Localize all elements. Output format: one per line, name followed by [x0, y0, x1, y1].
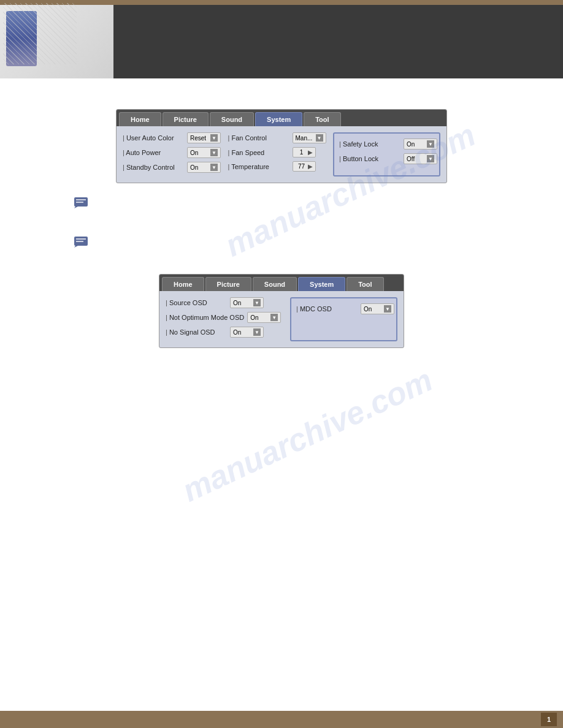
panel2-container: Home Picture Sound System Tool Source OS…: [159, 274, 404, 348]
header-main: [113, 5, 563, 78]
page-number: 1: [541, 713, 557, 726]
auto-power-row: Auto Power On ▼: [123, 147, 222, 158]
fan-control-arrow[interactable]: ▼: [316, 134, 323, 142]
source-osd-row: Source OSD On ▼: [166, 297, 284, 308]
note-icon-svg-1: [74, 197, 88, 208]
fan-speed-value: 1: [296, 149, 308, 156]
safety-lock-label: Safety Lock: [339, 140, 400, 148]
standby-control-value: On: [190, 164, 210, 171]
tab-home-1[interactable]: Home: [119, 112, 161, 126]
mdc-osd-value: On: [364, 306, 384, 313]
button-lock-row: Button Lock Off ▼: [339, 153, 434, 164]
temperature-label: Temperature: [228, 163, 289, 170]
fan-control-row: Fan Control Man... ▼: [228, 132, 327, 143]
temperature-stepper[interactable]: 77 ▶: [293, 161, 316, 172]
no-signal-arrow[interactable]: ▼: [253, 328, 261, 336]
user-auto-color-value: Reset: [190, 135, 210, 142]
no-signal-value: On: [233, 329, 253, 336]
button-lock-value: Off: [407, 156, 427, 162]
auto-power-value: On: [190, 150, 210, 156]
fan-control-select[interactable]: Man... ▼: [293, 132, 326, 143]
user-auto-color-row: User Auto Color Reset ▼: [123, 132, 222, 143]
mdc-osd-arrow[interactable]: ▼: [384, 305, 391, 313]
panel1-tab-bar: Home Picture Sound System Tool: [117, 110, 446, 126]
top-bar: [0, 0, 563, 5]
spacer-1: [25, 213, 538, 226]
mdc-osd-row: MDC OSD On ▼: [296, 303, 391, 314]
button-lock-arrow[interactable]: ▼: [427, 155, 434, 162]
panel1-content: User Auto Color Reset ▼ Auto Power On ▼ …: [117, 126, 446, 183]
fan-speed-stepper[interactable]: 1 ▶: [293, 147, 316, 157]
svg-rect-3: [76, 202, 83, 203]
tab-home-2[interactable]: Home: [162, 277, 204, 291]
not-optimum-value: On: [250, 314, 270, 321]
temperature-value: 77: [296, 163, 308, 170]
standby-control-arrow[interactable]: ▼: [210, 164, 218, 171]
standby-control-select[interactable]: On ▼: [187, 162, 221, 173]
auto-power-arrow[interactable]: ▼: [210, 149, 218, 156]
tab-sound-2[interactable]: Sound: [253, 277, 297, 291]
diagonal-pattern: [3, 3, 77, 64]
svg-rect-2: [76, 199, 86, 200]
no-signal-select[interactable]: On ▼: [230, 327, 264, 338]
watermark-2: manuarchive.com: [177, 361, 438, 509]
svg-rect-6: [76, 238, 86, 240]
fan-speed-arrow[interactable]: ▶: [308, 149, 313, 156]
fan-speed-label: Fan Speed: [228, 149, 289, 156]
spacer-2: [25, 252, 538, 265]
auto-power-label: Auto Power: [123, 149, 184, 156]
panel2-tab-bar: Home Picture Sound System Tool: [159, 275, 404, 291]
user-auto-color-select[interactable]: Reset ▼: [187, 132, 221, 143]
panel1-right: Safety Lock On ▼ Button Lock Off ▼: [333, 132, 440, 176]
no-signal-label: No Signal OSD: [166, 328, 227, 336]
button-lock-label: Button Lock: [339, 155, 400, 162]
tab-picture-1[interactable]: Picture: [163, 112, 209, 126]
tab-system-2[interactable]: System: [298, 277, 345, 291]
temperature-arrow[interactable]: ▶: [308, 163, 313, 170]
fan-speed-row: Fan Speed 1 ▶: [228, 147, 327, 157]
main-content: Home Picture Sound System Tool User Auto…: [0, 78, 563, 376]
tab-tool-2[interactable]: Tool: [347, 277, 383, 291]
svg-rect-7: [76, 241, 83, 242]
not-optimum-arrow[interactable]: ▼: [270, 314, 278, 321]
source-osd-value: On: [233, 300, 253, 306]
not-optimum-row: Not Optimum Mode OSD On ▼: [166, 312, 284, 323]
mdc-osd-select[interactable]: On ▼: [361, 303, 394, 314]
note-section-1: [49, 195, 514, 210]
tab-picture-2[interactable]: Picture: [205, 277, 251, 291]
source-osd-select[interactable]: On ▼: [230, 297, 264, 308]
auto-power-select[interactable]: On ▼: [187, 147, 221, 158]
safety-lock-arrow[interactable]: ▼: [427, 140, 434, 148]
fan-control-label: Fan Control: [228, 134, 289, 142]
user-auto-color-arrow[interactable]: ▼: [210, 134, 218, 142]
temperature-row: Temperature 77 ▶: [228, 161, 327, 172]
standby-control-label: Standby Control: [123, 164, 184, 171]
panel1-middle: Fan Control Man... ▼ Fan Speed 1 ▶ Tempe…: [228, 132, 327, 176]
note-icon-2: [74, 235, 88, 249]
mdc-osd-label: MDC OSD: [296, 305, 358, 313]
not-optimum-label: Not Optimum Mode OSD: [166, 314, 244, 321]
source-osd-arrow[interactable]: ▼: [253, 299, 261, 306]
safety-lock-row: Safety Lock On ▼: [339, 138, 434, 150]
tab-system-1[interactable]: System: [255, 112, 302, 126]
header-sidebar: [0, 5, 113, 78]
tab-tool-1[interactable]: Tool: [304, 112, 340, 126]
fan-control-value: Man...: [296, 135, 316, 142]
panel2-content: Source OSD On ▼ Not Optimum Mode OSD On …: [159, 291, 404, 347]
tab-sound-1[interactable]: Sound: [210, 112, 254, 126]
header-area: [0, 5, 563, 78]
panel1-left: User Auto Color Reset ▼ Auto Power On ▼ …: [123, 132, 222, 176]
note-icon-1: [74, 195, 88, 210]
svg-marker-1: [74, 207, 78, 208]
note-section-2: [49, 235, 514, 249]
panel2-right: MDC OSD On ▼: [290, 297, 397, 341]
panel1-container: Home Picture Sound System Tool User Auto…: [116, 109, 447, 183]
not-optimum-select[interactable]: On ▼: [247, 312, 281, 323]
safety-lock-value: On: [407, 141, 427, 148]
safety-lock-select[interactable]: On ▼: [404, 138, 437, 150]
bottom-bar: 1: [0, 711, 563, 728]
svg-marker-5: [74, 246, 78, 248]
button-lock-select[interactable]: Off ▼: [404, 153, 437, 164]
note-icon-svg-2: [74, 237, 88, 248]
user-auto-color-label: User Auto Color: [123, 134, 184, 142]
